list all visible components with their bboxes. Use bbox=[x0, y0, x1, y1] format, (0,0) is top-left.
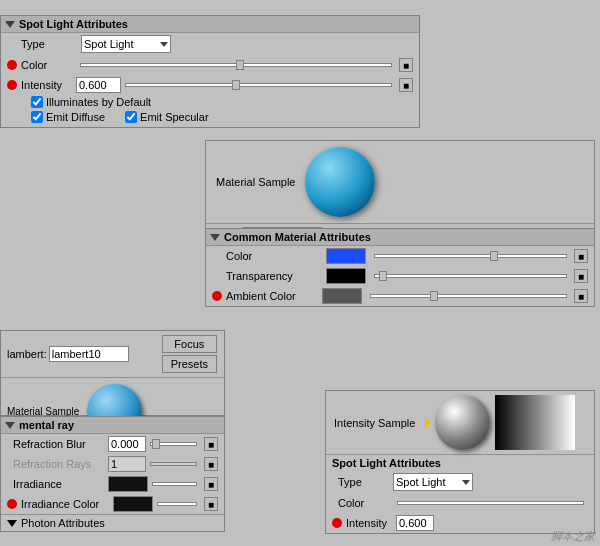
cm-transparency-expand-btn[interactable]: ■ bbox=[574, 269, 588, 283]
refraction-blur-label: Refraction Blur bbox=[13, 438, 108, 450]
irradiance-color-expand-btn[interactable]: ■ bbox=[204, 497, 218, 511]
emit-diffuse-row: Emit Diffuse bbox=[31, 111, 105, 123]
panel-header-common-material: Common Material Attributes bbox=[206, 229, 594, 246]
spot-bottom-type-dropdown[interactable]: Spot Light bbox=[393, 473, 473, 491]
emit-row: Emit Diffuse Emit Specular bbox=[1, 109, 419, 127]
panel-header-spot-top: Spot Light Attributes bbox=[1, 16, 419, 33]
type-dropdown[interactable]: Spot Light bbox=[81, 35, 171, 53]
spot-light-bottom-panel: Intensity Sample Spot Light Attributes T… bbox=[325, 390, 595, 534]
irradiance-color-label: Irradiance Color bbox=[21, 498, 113, 510]
color-expand-btn[interactable]: ■ bbox=[399, 58, 413, 72]
irradiance-expand-btn[interactable]: ■ bbox=[204, 477, 218, 491]
cm-ambient-slider-thumb bbox=[430, 291, 438, 301]
refraction-blur-input[interactable] bbox=[108, 436, 146, 452]
material-sphere[interactable] bbox=[305, 147, 375, 217]
cm-color-label: Color bbox=[226, 250, 326, 262]
refraction-rays-row: Refraction Rays ■ bbox=[1, 454, 224, 474]
refraction-blur-slider[interactable] bbox=[150, 442, 197, 446]
color-row: Color ■ bbox=[1, 55, 419, 75]
spot-bottom-type-label: Type bbox=[338, 476, 393, 488]
illuminates-checkbox[interactable] bbox=[31, 96, 43, 108]
cm-ambient-expand-btn[interactable]: ■ bbox=[574, 289, 588, 303]
focus-presets-buttons: Focus Presets bbox=[161, 334, 218, 374]
cm-transparency-label: Transparency bbox=[226, 270, 326, 282]
intensity-expand-btn[interactable]: ■ bbox=[399, 78, 413, 92]
type-value: Spot Light bbox=[84, 38, 134, 50]
focus-button[interactable]: Focus bbox=[162, 335, 217, 353]
intensity-row: Intensity 0.600 ■ bbox=[1, 75, 419, 95]
cm-ambient-slider[interactable] bbox=[370, 294, 567, 298]
color-slider-thumb bbox=[236, 60, 244, 70]
spot-bottom-intensity-label: Intensity bbox=[346, 517, 396, 529]
irradiance-slider[interactable] bbox=[152, 482, 197, 486]
lambert-name-label: lambert: bbox=[7, 348, 47, 360]
material-sample-content: Material Sample bbox=[206, 141, 594, 223]
type-row: Type Spot Light bbox=[1, 33, 419, 55]
intensity-sample-label: Intensity Sample bbox=[334, 417, 415, 429]
spot-bottom-color-row: Color bbox=[326, 493, 594, 513]
panel-title-mental-ray: mental ray bbox=[19, 419, 74, 431]
panel-title-common-material: Common Material Attributes bbox=[224, 231, 371, 243]
cm-transparency-row: Transparency ■ bbox=[206, 266, 594, 286]
cm-transparency-swatch[interactable] bbox=[326, 268, 366, 284]
irradiance-label: Irradiance bbox=[13, 478, 108, 490]
irradiance-row: Irradiance ■ bbox=[1, 474, 224, 494]
emit-specular-checkbox[interactable] bbox=[125, 111, 137, 123]
refraction-blur-slider-thumb bbox=[152, 439, 160, 449]
type-label: Type bbox=[21, 38, 81, 50]
cm-color-row: Color ■ bbox=[206, 246, 594, 266]
irradiance-color-row: Irradiance Color ■ bbox=[1, 494, 224, 514]
emit-diffuse-label: Emit Diffuse bbox=[46, 111, 105, 123]
panel-title-spot-top: Spot Light Attributes bbox=[19, 18, 128, 30]
irradiance-swatch[interactable] bbox=[108, 476, 148, 492]
cm-ambient-label: Ambient Color bbox=[226, 290, 322, 302]
irradiance-color-swatch[interactable] bbox=[113, 496, 153, 512]
spot-bottom-color-slider[interactable] bbox=[397, 501, 584, 505]
cm-transparency-slider[interactable] bbox=[374, 274, 567, 278]
cm-color-slider-thumb bbox=[490, 251, 498, 261]
watermark: 脚本之家 bbox=[551, 529, 595, 544]
lambert-name-input[interactable] bbox=[49, 346, 129, 362]
cm-color-slider[interactable] bbox=[374, 254, 567, 258]
spot-bottom-type-value: Spot Light bbox=[396, 476, 446, 488]
spot-bottom-type-dropdown-arrow bbox=[462, 480, 470, 485]
photon-label: Photon Attributes bbox=[21, 517, 105, 529]
presets-button[interactable]: Presets bbox=[162, 355, 217, 373]
color-red-dot bbox=[7, 60, 17, 70]
lambert-name-row: lambert: Focus Presets bbox=[1, 331, 224, 378]
common-material-panel: Common Material Attributes Color ■ Trans… bbox=[205, 228, 595, 307]
spot-bottom-title-row: Spot Light Attributes bbox=[326, 455, 594, 471]
cm-color-swatch[interactable] bbox=[326, 248, 366, 264]
intensity-sample-row: Intensity Sample bbox=[326, 391, 594, 455]
cm-ambient-row: Ambient Color ■ bbox=[206, 286, 594, 306]
intensity-sphere[interactable] bbox=[435, 395, 490, 450]
refraction-rays-expand-btn[interactable]: ■ bbox=[204, 457, 218, 471]
arrow-icon bbox=[420, 417, 431, 428]
mental-ray-panel: mental ray Refraction Blur ■ Refraction … bbox=[0, 416, 225, 532]
color-slider[interactable] bbox=[80, 63, 392, 67]
refraction-rays-slider[interactable] bbox=[150, 462, 197, 466]
color-label: Color bbox=[21, 59, 76, 71]
triangle-icon bbox=[5, 21, 15, 28]
emit-diffuse-checkbox[interactable] bbox=[31, 111, 43, 123]
spot-light-attributes-panel: Spot Light Attributes Type Spot Light Co… bbox=[0, 15, 420, 128]
type-dropdown-arrow bbox=[160, 42, 168, 47]
spot-bottom-intensity-red-dot bbox=[332, 518, 342, 528]
emit-specular-label: Emit Specular bbox=[140, 111, 208, 123]
intensity-value[interactable]: 0.600 bbox=[76, 77, 121, 93]
irradiance-color-slider[interactable] bbox=[157, 502, 197, 506]
refraction-rays-label: Refraction Rays bbox=[13, 458, 108, 470]
panel-header-mental-ray: mental ray bbox=[1, 417, 224, 434]
irradiance-color-red-dot bbox=[7, 499, 17, 509]
cm-color-expand-btn[interactable]: ■ bbox=[574, 249, 588, 263]
refraction-blur-expand-btn[interactable]: ■ bbox=[204, 437, 218, 451]
refraction-blur-row: Refraction Blur ■ bbox=[1, 434, 224, 454]
photon-triangle-icon bbox=[7, 520, 17, 527]
intensity-slider[interactable] bbox=[125, 83, 392, 87]
illuminates-row: Illuminates by Default bbox=[1, 95, 419, 109]
spot-bottom-intensity-input[interactable] bbox=[396, 515, 434, 531]
cm-ambient-swatch[interactable] bbox=[322, 288, 362, 304]
refraction-rays-input[interactable] bbox=[108, 456, 146, 472]
material-sample-label: Material Sample bbox=[216, 176, 295, 188]
intensity-gradient bbox=[495, 395, 575, 450]
